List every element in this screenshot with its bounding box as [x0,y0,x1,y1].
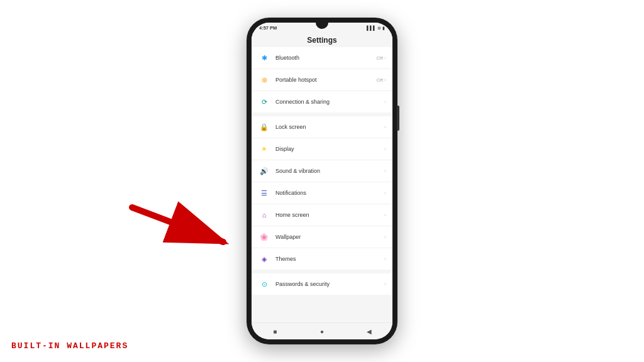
homescreen-icon: ⌂ [258,209,270,221]
settings-item-lockscreen[interactable]: 🔒 Lock screen › [252,116,392,138]
notifications-chevron: › [384,190,386,196]
settings-item-bluetooth[interactable]: ✱ Bluetooth Off › [252,47,392,69]
settings-item-themes[interactable]: ◈ Themes › [252,248,392,270]
sound-chevron: › [384,168,386,174]
display-chevron: › [384,146,386,152]
hotspot-icon: ⊛ [258,74,270,86]
lockscreen-label: Lock screen [275,124,384,130]
nav-back-button[interactable]: ◀ [364,326,374,336]
homescreen-label: Home screen [275,212,384,218]
display-icon: ☀ [258,143,270,155]
connection-chevron: › [384,99,386,105]
settings-item-homescreen[interactable]: ⌂ Home screen › [252,204,392,226]
bluetooth-chevron: › [384,55,386,61]
settings-group-connectivity: ✱ Bluetooth Off › ⊛ Portable hotspot Off… [252,47,392,112]
settings-item-sound[interactable]: 🔊 Sound & vibration › [252,160,392,182]
bluetooth-icon: ✱ [258,52,270,64]
watermark-text: BUILT-IN WALLPAPERS [11,341,128,351]
hotspot-chevron: › [384,77,386,83]
settings-item-hotspot[interactable]: ⊛ Portable hotspot Off › [252,69,392,91]
phone-frame: 4:57 PM ▌▌▌ ⊛ ▮ Settings ✱ Bluetooth Off… [247,18,397,344]
sound-label: Sound & vibration [275,168,384,174]
settings-item-connection[interactable]: ⟳ Connection & sharing › [252,91,392,112]
battery-icon: ▮ [382,26,385,31]
settings-item-passwords[interactable]: ⊙ Passwords & security › [252,273,392,295]
connection-icon: ⟳ [258,96,270,108]
settings-group-personalization: 🔒 Lock screen › ☀ Display › 🔊 Sound & vi… [252,116,392,270]
settings-group-security: ⊙ Passwords & security › [252,273,392,295]
themes-label: Themes [275,256,384,262]
bluetooth-label: Bluetooth [275,55,376,61]
page-title: Settings [252,32,392,47]
passwords-label: Passwords & security [275,281,384,287]
bluetooth-value: Off [376,55,383,61]
connection-label: Connection & sharing [275,99,384,105]
themes-icon: ◈ [258,253,270,265]
nav-square-button[interactable]: ■ [270,326,280,336]
settings-list[interactable]: ✱ Bluetooth Off › ⊛ Portable hotspot Off… [252,47,392,322]
status-time: 4:57 PM [259,25,277,31]
settings-item-wallpaper[interactable]: 🌸 Wallpaper › [252,226,392,248]
display-label: Display [275,146,384,152]
hotspot-value: Off [376,77,383,83]
notifications-label: Notifications [275,190,384,196]
phone-screen: 4:57 PM ▌▌▌ ⊛ ▮ Settings ✱ Bluetooth Off… [252,23,392,339]
screen-content: Settings ✱ Bluetooth Off › ⊛ Portable ho… [252,32,392,322]
signal-icon: ▌▌▌ [367,26,376,30]
lockscreen-icon: 🔒 [258,121,270,133]
red-arrow [126,195,239,258]
settings-item-display[interactable]: ☀ Display › [252,138,392,160]
side-button [397,106,399,131]
notifications-icon: ☰ [258,187,270,199]
settings-item-notifications[interactable]: ☰ Notifications › [252,182,392,204]
passwords-icon: ⊙ [258,278,270,290]
status-icons: ▌▌▌ ⊛ ▮ [367,26,385,31]
homescreen-chevron: › [384,212,386,218]
passwords-chevron: › [384,281,386,287]
hotspot-label: Portable hotspot [275,77,376,83]
wallpaper-icon: 🌸 [258,231,270,243]
wallpaper-chevron: › [384,234,386,240]
nav-circle-button[interactable]: ● [317,326,327,336]
nav-bar: ■ ● ◀ [252,322,392,339]
wifi-icon: ⊛ [377,26,381,31]
lockscreen-chevron: › [384,124,386,130]
themes-chevron: › [384,256,386,262]
svg-line-1 [132,207,223,242]
sound-icon: 🔊 [258,165,270,177]
wallpaper-label: Wallpaper [275,234,384,240]
